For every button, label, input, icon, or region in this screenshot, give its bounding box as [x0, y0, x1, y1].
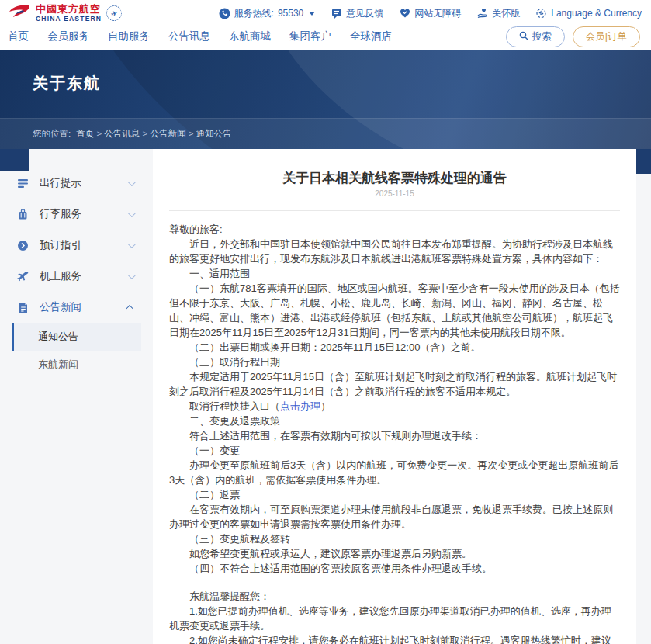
article-paragraph: （三）取消行程日期 — [169, 355, 620, 369]
breadcrumb-items: 首页 > 公告讯息 > 公告新闻 > 通知公告 — [76, 128, 231, 140]
article-paragraph: （四）不符合上述适用范围的客票按原客票使用条件办理退改手续。 — [169, 561, 620, 576]
china-eastern-logo[interactable]: 中國東方航空 CHINA EASTERN ✈ — [8, 3, 122, 23]
sidebar-item-出行提示[interactable]: 出行提示 — [12, 168, 141, 199]
phone-icon — [219, 8, 230, 19]
breadcrumb-separator: > — [143, 129, 148, 138]
logo-chinese-name: 中國東方航空 — [36, 4, 102, 14]
article-body: 尊敬的旅客:近日，外交部和中国驻日本使领馆就中国公民前往日本发布郑重提醒。为协助… — [169, 222, 620, 644]
breadcrumb-link[interactable]: 公告讯息 — [104, 129, 140, 138]
nav-links: 首页会员服务自助服务公告讯息东航商城集团客户全球酒店 — [8, 29, 392, 43]
sidebar: 出行提示 行李服务 预订指引 机上服务 公告新闻 通知公告东航新闻 — [12, 157, 141, 379]
member-orders-button[interactable]: 会员|订单 — [573, 26, 640, 47]
inflight-service-icon — [16, 270, 29, 283]
article-paragraph: 尊敬的旅客: — [169, 222, 620, 237]
banner-title: 关于东航 — [0, 50, 651, 94]
nav-right: 搜索 会员|订单 — [506, 26, 640, 47]
nav-item-首页[interactable]: 首页 — [8, 29, 29, 43]
article-paragraph: 符合上述适用范围，在客票有效期内可按以下规则办理退改手续： — [169, 428, 620, 443]
nav-item-公告讯息[interactable]: 公告讯息 — [168, 29, 210, 43]
topbar-link-care[interactable]: 关怀版 — [476, 7, 520, 20]
article-paragraph: 二、变更及退票政策 — [169, 414, 620, 428]
language-currency-icon — [535, 8, 547, 19]
topbar-quick-links: 意见反馈 网站无障碍 关怀版 Language & Currency — [331, 7, 642, 20]
logo-english-name: CHINA EASTERN — [36, 16, 102, 23]
sidebar-item-行李服务[interactable]: 行李服务 — [12, 199, 141, 230]
article-paragraph: （一）东航781客票填开的国际、地区或国内航班。客票中至少含有一段未使用的涉及日… — [169, 281, 620, 340]
nav-item-东航商城[interactable]: 东航商城 — [229, 29, 271, 43]
sidebar-item-公告新闻[interactable]: 公告新闻 — [12, 292, 141, 323]
nav-item-集团客户[interactable]: 集团客户 — [289, 29, 331, 43]
baggage-icon — [16, 208, 29, 221]
search-button[interactable]: 搜索 — [506, 26, 565, 47]
sidebar-item-预订指引[interactable]: 预订指引 — [12, 230, 141, 261]
breadcrumb-current: 通知公告 — [196, 129, 232, 138]
topbar-link-accessibility-heart[interactable]: 网站无障碍 — [399, 7, 461, 20]
travel-tips-icon — [16, 177, 29, 190]
chevron-down-icon — [128, 209, 136, 217]
article-paragraph: 如您希望变更航程或承运人，建议原客票办理退票后另购新票。 — [169, 546, 620, 561]
service-hotline[interactable]: 服务热线: 95530 — [219, 7, 316, 20]
article-paragraph: 2.如您尚未确定行程安排，请您务必在航班计划起飞时刻前取消行程。遇客服热线繁忙时… — [169, 633, 620, 644]
topbar-utilities: 服务热线: 95530 意见反馈 网站无障碍 关怀版 Language & Cu… — [219, 7, 642, 20]
search-icon — [519, 31, 528, 43]
article-paragraph: 在客票有效期内，可至原购票渠道办理未使用航段非自愿退票，免收退票手续费。已按上述… — [169, 502, 620, 531]
chevron-down-icon — [128, 272, 136, 279]
breadcrumb-separator: > — [96, 129, 102, 138]
cancel-itinerary-link[interactable]: 点击办理 — [280, 400, 320, 412]
article-paragraph: 一、适用范围 — [169, 266, 620, 281]
article-paragraph: （三）变更航程及签转 — [169, 531, 620, 546]
article-date: 2025-11-15 — [169, 189, 620, 198]
hotline-number: 95530 — [278, 8, 303, 19]
swallow-logo-icon — [8, 3, 31, 23]
nav-item-全球酒店[interactable]: 全球酒店 — [350, 29, 392, 43]
banner-left-notch — [0, 149, 29, 171]
main-area: 出行提示 行李服务 预订指引 机上服务 公告新闻 通知公告东航新闻 关于日本相关… — [0, 149, 651, 644]
accessibility-heart-icon — [399, 8, 410, 19]
caret-down-icon — [309, 12, 315, 16]
care-icon — [476, 8, 488, 19]
hotline-label: 服务热线: — [234, 7, 274, 20]
article-paragraph: 办理变更至原航班前后3天（含）以内的航班，可免费变更一次。再次变更或变更超出原航… — [169, 458, 620, 487]
topbar: 中國東方航空 CHINA EASTERN ✈ 服务热线: 95530 意见反馈 … — [0, 0, 651, 26]
sidebar-subitem-东航新闻[interactable]: 东航新闻 — [12, 351, 141, 379]
hero-banner: 关于东航 您的位置: 首页 > 公告讯息 > 公告新闻 > 通知公告 — [0, 50, 651, 149]
nav-item-会员服务[interactable]: 会员服务 — [47, 29, 89, 43]
article-paragraph: 本规定适用于2025年11月15日（含）至航班计划起飞时刻之前取消行程的旅客。航… — [169, 369, 620, 399]
article-paragraph: （二）出票日期或换开日期：2025年11月15日12:00（含）之前。 — [169, 340, 620, 355]
logo-text: 中國東方航空 CHINA EASTERN — [36, 4, 102, 23]
article-paragraph: 近日，外交部和中国驻日本使领馆就中国公民前往日本发布郑重提醒。为协助行程涉及日本… — [169, 237, 620, 266]
article-paragraph: 取消行程快捷入口（点击办理） — [169, 399, 620, 414]
breadcrumb-label: 您的位置: — [33, 128, 71, 140]
feedback-icon — [331, 8, 342, 19]
breadcrumb-link[interactable]: 首页 — [76, 129, 94, 138]
breadcrumb-link[interactable]: 公告新闻 — [150, 129, 185, 138]
topbar-link-language-currency[interactable]: Language & Currency — [535, 7, 642, 20]
article-paragraph: 1.如您已提前办理值机、选座等业务，建议您先回原办理渠道取消已办理的值机、选座，… — [169, 604, 620, 633]
sidebar-subitem-通知公告[interactable]: 通知公告 — [12, 323, 141, 351]
news-icon — [16, 301, 29, 314]
topbar-link-feedback[interactable]: 意见反馈 — [331, 7, 383, 20]
anniversary-seal-icon: ✈ — [105, 4, 123, 23]
breadcrumb-separator: > — [189, 129, 194, 138]
banner-right-notch — [636, 149, 651, 174]
chevron-down-icon — [128, 178, 136, 186]
breadcrumb: 您的位置: 首页 > 公告讯息 > 公告新闻 > 通知公告 — [0, 118, 651, 149]
main-navbar: 首页会员服务自助服务公告讯息东航商城集团客户全球酒店 搜索 会员|订单 — [0, 26, 651, 50]
booking-guide-icon — [16, 239, 29, 252]
nav-item-自助服务[interactable]: 自助服务 — [108, 29, 150, 43]
article-title: 关于日本相关航线客票特殊处理的通告 — [169, 169, 620, 187]
article-paragraph: 东航温馨提醒您： — [169, 589, 620, 604]
article-paragraph: （二）退票 — [169, 487, 620, 502]
article-panel: 关于日本相关航线客票特殊处理的通告 2025-11-15 尊敬的旅客:近日，外交… — [153, 149, 636, 644]
title-divider — [169, 210, 620, 211]
article-paragraph: （一）变更 — [169, 443, 620, 458]
sidebar-item-机上服务[interactable]: 机上服务 — [12, 261, 141, 292]
page: 中國東方航空 CHINA EASTERN ✈ 服务热线: 95530 意见反馈 … — [0, 0, 651, 644]
search-label: 搜索 — [532, 30, 552, 43]
chevron-down-icon — [128, 241, 136, 248]
